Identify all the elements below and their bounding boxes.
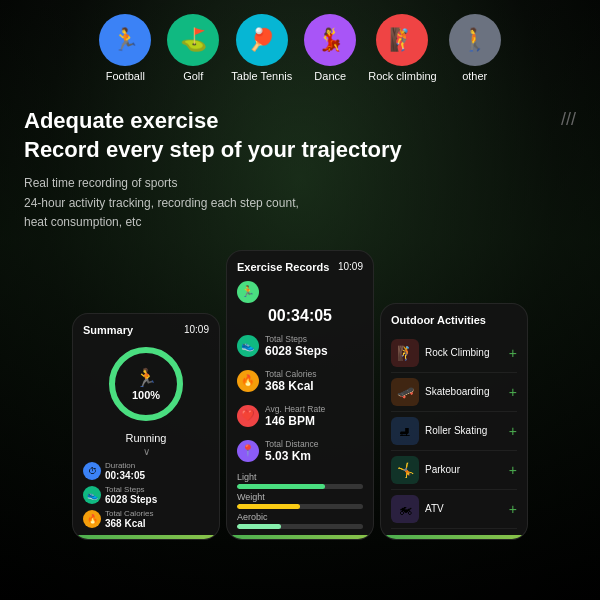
- rock-climbing-label: Rock climbing: [368, 70, 436, 83]
- atv-add-icon[interactable]: +: [509, 501, 517, 517]
- progress-aerobic-bar: [237, 524, 363, 529]
- ex-distance-value: 5.03 Km: [265, 449, 318, 463]
- summary-header: Summary 10:09: [83, 324, 209, 336]
- ex-heart-rate: ❤️ Avg. Heart Rate 146 BPM: [237, 401, 363, 431]
- left-phone-bottom-bar: [73, 535, 219, 539]
- ex-distance-info: Total Distance 5.03 Km: [265, 439, 318, 463]
- stat-calories-info: Total Calories 368 Kcal: [105, 509, 209, 529]
- ex-steps-label: Total Steps: [265, 334, 328, 344]
- ex-calories-info: Total Calories 368 Kcal: [265, 369, 317, 393]
- ring-container: 🏃 100%: [83, 344, 209, 424]
- steps-icon: 👟: [83, 486, 101, 504]
- ex-steps-icon: 👟: [237, 335, 259, 357]
- calories-icon: 🔥: [83, 510, 101, 528]
- outdoor-parkour[interactable]: 🤸 Parkour +: [391, 451, 517, 490]
- progress-weight: Weight: [237, 492, 363, 509]
- headline-sub: Real time recording of sports 24-hour ac…: [24, 174, 576, 232]
- exercise-duration-value: 00:34:05: [237, 307, 363, 325]
- exercise-title: Exercise Records: [237, 261, 329, 273]
- outdoor-skateboarding[interactable]: 🛹 Skateboarding +: [391, 373, 517, 412]
- parkour-name: Parkour: [425, 464, 503, 475]
- outdoor-atv[interactable]: 🏍 ATV +: [391, 490, 517, 529]
- football-icon: 🏃: [99, 14, 151, 66]
- ex-steps: 👟 Total Steps 6028 Steps: [237, 331, 363, 361]
- mid-phone-bottom-bar: [227, 535, 373, 539]
- ex-calories-value: 368 Kcal: [265, 379, 317, 393]
- ex-calories-icon: 🔥: [237, 370, 259, 392]
- ex-steps-info: Total Steps 6028 Steps: [265, 334, 328, 358]
- skateboarding-add-icon[interactable]: +: [509, 384, 517, 400]
- progress-aerobic-label: Aerobic: [237, 512, 363, 522]
- exercise-header: Exercise Records 10:09: [237, 261, 363, 273]
- progress-light-fill: [237, 484, 325, 489]
- headline-line2: Record every step of your trajectory: [24, 136, 402, 165]
- headline-section: Adequate exercise Record every step of y…: [0, 91, 600, 240]
- activity-item-football[interactable]: 🏃 Football: [95, 14, 155, 83]
- parkour-add-icon[interactable]: +: [509, 462, 517, 478]
- phone-outdoor-activities: Outdoor Activities 🧗 Rock Climbing + 🛹 S…: [380, 303, 528, 540]
- stat-calories: 🔥 Total Calories 368 Kcal: [83, 509, 209, 529]
- rock-climbing-outdoor-name: Rock Climbing: [425, 347, 503, 358]
- summary-title: Summary: [83, 324, 133, 336]
- stat-duration: ⏱ Duration 00:34:05: [83, 461, 209, 481]
- calories-label: Total Calories: [105, 509, 209, 518]
- ring-percent: 100%: [132, 389, 160, 401]
- progress-light-label: Light: [237, 472, 363, 482]
- ex-heart-info: Avg. Heart Rate 146 BPM: [265, 404, 325, 428]
- activity-item-rock-climbing[interactable]: 🧗 Rock climbing: [368, 14, 436, 83]
- outdoor-rock-climbing[interactable]: 🧗 Rock Climbing +: [391, 334, 517, 373]
- rock-climbing-add-icon[interactable]: +: [509, 345, 517, 361]
- progress-aerobic: Aerobic: [237, 512, 363, 529]
- dance-label: Dance: [314, 70, 346, 83]
- duration-value: 00:34:05: [105, 470, 209, 481]
- progress-light-bar: [237, 484, 363, 489]
- progress-aerobic-fill: [237, 524, 281, 529]
- table-tennis-icon: 🏓: [236, 14, 288, 66]
- duration-label: Duration: [105, 461, 209, 470]
- roller-skating-name: Roller Skating: [425, 425, 503, 436]
- duration-icon: ⏱: [83, 462, 101, 480]
- summary-time: 10:09: [184, 324, 209, 335]
- outdoor-roller-skating[interactable]: ⛸ Roller Skating +: [391, 412, 517, 451]
- calories-value: 368 Kcal: [105, 518, 209, 529]
- other-icon: 🚶: [449, 14, 501, 66]
- activity-item-golf[interactable]: ⛳ Golf: [163, 14, 223, 83]
- ex-calories-label: Total Calories: [265, 369, 317, 379]
- progress-weight-fill: [237, 504, 300, 509]
- running-icon: 🏃: [132, 367, 160, 389]
- ex-heart-label: Avg. Heart Rate: [265, 404, 325, 414]
- phone-summary: Summary 10:09 🏃 100% Running ∨ ⏱ Duratio…: [72, 313, 220, 540]
- ex-distance-label: Total Distance: [265, 439, 318, 449]
- activity-item-other[interactable]: 🚶 other: [445, 14, 505, 83]
- phone-exercise-records: Exercise Records 10:09 🏃 00:34:05 👟 Tota…: [226, 250, 374, 540]
- roller-skating-add-icon[interactable]: +: [509, 423, 517, 439]
- exercise-running-icon: 🏃: [237, 281, 259, 303]
- skateboarding-name: Skateboarding: [425, 386, 503, 397]
- stat-duration-info: Duration 00:34:05: [105, 461, 209, 481]
- right-phone-bottom-bar: [381, 535, 527, 539]
- activity-item-table-tennis[interactable]: 🏓 Table Tennis: [231, 14, 292, 83]
- stat-steps-info: Total Steps 6028 Steps: [105, 485, 209, 505]
- stat-steps: 👟 Total Steps 6028 Steps: [83, 485, 209, 505]
- chevron-down-icon: ∨: [83, 446, 209, 457]
- progress-weight-bar: [237, 504, 363, 509]
- rock-climbing-outdoor-icon: 🧗: [391, 339, 419, 367]
- ex-heart-value: 146 BPM: [265, 414, 325, 428]
- golf-label: Golf: [183, 70, 203, 83]
- exercise-time: 10:09: [338, 261, 363, 272]
- exercise-running-header: 🏃: [237, 281, 363, 303]
- sub-line-2: 24-hour activity tracking, recording eac…: [24, 196, 299, 210]
- skateboarding-icon: 🛹: [391, 378, 419, 406]
- football-label: Football: [106, 70, 145, 83]
- progress-section: Light Weight Aerobic: [237, 472, 363, 529]
- activity-item-dance[interactable]: 💃 Dance: [300, 14, 360, 83]
- atv-name: ATV: [425, 503, 503, 514]
- outdoor-title: Outdoor Activities: [391, 314, 517, 326]
- ring-inner: 🏃 100%: [132, 367, 160, 401]
- sub-line-1: Real time recording of sports: [24, 176, 177, 190]
- atv-icon: 🏍: [391, 495, 419, 523]
- ex-heart-icon: ❤️: [237, 405, 259, 427]
- roller-skating-icon: ⛸: [391, 417, 419, 445]
- activity-name: Running: [83, 432, 209, 444]
- ex-calories: 🔥 Total Calories 368 Kcal: [237, 366, 363, 396]
